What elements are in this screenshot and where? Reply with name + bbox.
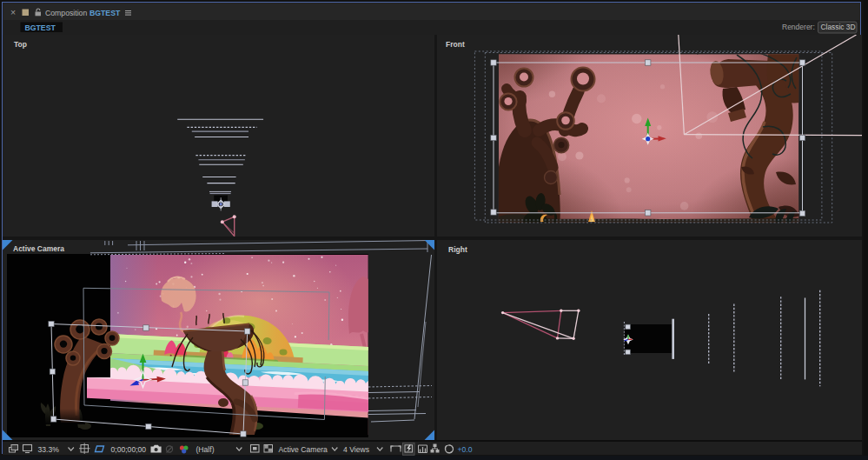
- svg-text:(Half): (Half): [196, 445, 215, 454]
- svg-text:33.3%: 33.3%: [38, 445, 60, 454]
- svg-text:+0.0: +0.0: [458, 445, 473, 454]
- svg-text:Active Camera: Active Camera: [279, 445, 328, 454]
- svg-text:0;00;00;00: 0;00;00;00: [111, 445, 147, 454]
- svg-text:4 Views: 4 Views: [343, 445, 369, 454]
